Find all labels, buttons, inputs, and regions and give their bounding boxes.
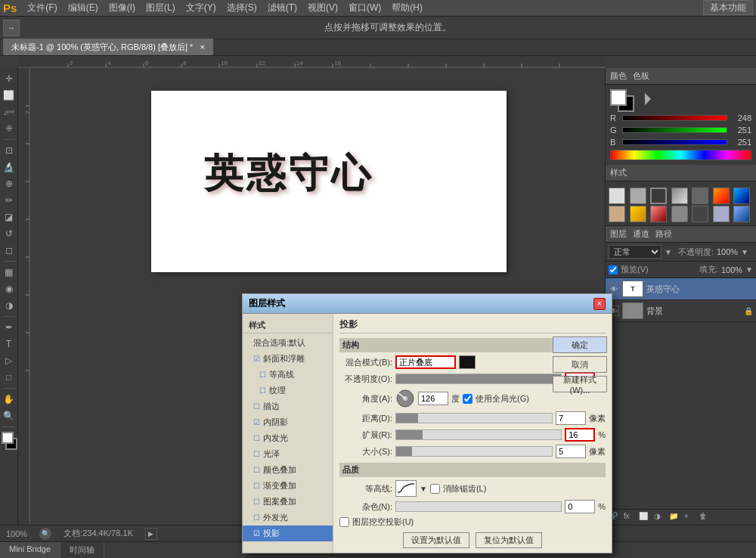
set-default-btn[interactable]: 设置为默认值 <box>403 532 469 548</box>
g-value[interactable]: 251 <box>730 126 751 135</box>
tab-close[interactable]: × <box>200 42 204 51</box>
lasso-tool[interactable]: 𝄹 <box>2 104 17 119</box>
fill-value[interactable]: 100% <box>721 265 742 274</box>
preview-checkbox[interactable] <box>609 265 618 274</box>
layer-style-dialog[interactable]: 图层样式 × 样式 混合选项:默认 ☑斜面和浮雕 ☐等高线 ☐纹理 <box>242 293 612 553</box>
layer-row-text[interactable]: 👁 T 英惑守心 <box>606 278 756 300</box>
distance-slider[interactable] <box>395 413 553 423</box>
layer-eye-text[interactable]: 👁 <box>609 284 619 294</box>
eyedropper-tool[interactable]: 🔬 <box>2 160 17 175</box>
dialog-item-color-overlay[interactable]: ☐颜色叠加 <box>243 462 333 478</box>
dialog-item-stroke[interactable]: ☐描边 <box>243 398 333 414</box>
contour-preview[interactable] <box>395 480 417 497</box>
style-swatch[interactable] <box>692 188 708 204</box>
layer-mask-btn[interactable]: ⬜ <box>639 512 651 522</box>
fg-color-panel[interactable] <box>610 89 627 106</box>
r-value[interactable]: 248 <box>730 113 751 122</box>
clone-stamp-tool[interactable]: ◪ <box>2 209 17 225</box>
dialog-close-button[interactable]: × <box>593 298 606 310</box>
opacity-value[interactable]: 100% <box>717 247 738 256</box>
shape-tool[interactable]: □ <box>2 370 17 385</box>
noise-slider[interactable] <box>395 501 562 512</box>
fg-bg-colors[interactable] <box>2 432 17 453</box>
menu-help[interactable]: 帮助(H) <box>387 0 427 16</box>
distance-input[interactable] <box>556 411 586 425</box>
global-light-checkbox[interactable] <box>463 394 472 404</box>
document-tab[interactable]: 未标题-1 @ 100% (英惑守心, RGB/8/8) [叠放后] * × <box>3 39 213 55</box>
dodge-tool[interactable]: ◑ <box>2 298 17 313</box>
healing-tool[interactable]: ⊕ <box>2 176 17 191</box>
zoom-icon[interactable]: 🔍 <box>39 528 51 540</box>
dialog-item-pattern-overlay[interactable]: ☐图案叠加 <box>243 494 333 510</box>
dialog-item-inner-glow[interactable]: ☐内发光 <box>243 430 333 446</box>
style-swatch[interactable] <box>630 188 646 204</box>
mini-bridge-tab[interactable]: Mini Bridge <box>0 542 60 558</box>
dialog-item-contour[interactable]: ☐等高线 <box>243 367 333 383</box>
style-swatch[interactable] <box>692 206 708 222</box>
layer-row-bg[interactable]: 👁 背景 🔒 <box>606 300 756 322</box>
swatches-tab[interactable]: 色板 <box>633 70 649 82</box>
spread-slider[interactable] <box>395 429 562 440</box>
angle-dial[interactable] <box>395 389 415 408</box>
move-tool-btn[interactable]: ↔ <box>3 20 20 36</box>
fg-color[interactable] <box>2 432 14 444</box>
dialog-item-blend[interactable]: 混合选项:默认 <box>243 335 333 351</box>
color-spectrum[interactable] <box>610 150 751 160</box>
blur-tool[interactable]: ◉ <box>2 281 17 296</box>
style-swatch[interactable] <box>650 188 667 204</box>
dialog-item-drop-shadow[interactable]: ☑投影 <box>243 525 333 541</box>
dialog-ok-btn[interactable]: 确定 <box>553 336 607 353</box>
b-slider[interactable] <box>622 139 727 145</box>
menu-window[interactable]: 窗口(W) <box>344 0 386 16</box>
dialog-item-texture[interactable]: ☐纹理 <box>243 383 333 398</box>
dialog-item-inner-shadow[interactable]: ☑内阴影 <box>243 414 333 430</box>
spread-input[interactable] <box>565 428 595 442</box>
layer-delete-btn[interactable]: 🗑 <box>699 512 711 522</box>
menu-file[interactable]: 文件(F) <box>23 0 61 16</box>
style-swatch[interactable] <box>609 188 625 204</box>
timeline-tab[interactable]: 时间轴 <box>60 542 104 558</box>
style-swatch[interactable] <box>713 206 730 222</box>
blend-color-swatch[interactable] <box>459 355 476 369</box>
menu-view[interactable]: 视图(V) <box>303 0 342 16</box>
pen-tool[interactable]: ✒ <box>2 320 17 335</box>
style-swatch[interactable] <box>671 188 688 204</box>
dialog-item-satin[interactable]: ☐光泽 <box>243 446 333 462</box>
style-swatch[interactable] <box>671 206 688 222</box>
layer-fx-btn[interactable]: fx <box>624 512 636 522</box>
g-slider[interactable] <box>622 127 727 133</box>
anti-alias-checkbox[interactable] <box>430 484 440 494</box>
dialog-item-outer-glow[interactable]: ☐外发光 <box>243 510 333 525</box>
paths-tab-label[interactable]: 路径 <box>655 228 672 240</box>
menu-image[interactable]: 图像(I) <box>104 0 140 16</box>
color-tab[interactable]: 颜色 <box>610 70 627 82</box>
style-swatch[interactable] <box>713 188 730 204</box>
layer-adj-btn[interactable]: ◑ <box>654 512 666 522</box>
style-swatch[interactable] <box>650 206 667 222</box>
menu-edit[interactable]: 编辑(E) <box>64 0 103 16</box>
dialog-item-gradient-overlay[interactable]: ☐渐变叠加 <box>243 478 333 494</box>
style-swatch[interactable] <box>733 206 750 222</box>
menu-layer[interactable]: 图层(L) <box>141 0 180 16</box>
path-select-tool[interactable]: ▷ <box>2 353 17 368</box>
menu-select[interactable]: 选择(S) <box>222 0 262 16</box>
expand-btn[interactable]: ▶ <box>145 528 157 540</box>
channels-tab-label[interactable]: 通道 <box>633 228 649 240</box>
dialog-new-style-btn[interactable]: 新建样式(W)... <box>553 376 607 392</box>
noise-input[interactable] <box>565 500 595 513</box>
layer-knockout-checkbox[interactable] <box>339 517 349 527</box>
angle-input[interactable] <box>418 392 448 405</box>
blend-mode-select[interactable]: 正常 <box>609 245 662 259</box>
menu-type[interactable]: 文字(Y) <box>181 0 221 16</box>
hand-tool[interactable]: ✋ <box>2 392 17 407</box>
layers-tab-label[interactable]: 图层 <box>610 228 627 240</box>
style-swatch[interactable] <box>733 188 750 204</box>
b-value[interactable]: 251 <box>730 138 751 147</box>
dialog-cancel-btn[interactable]: 取消 <box>553 356 607 373</box>
menu-filter[interactable]: 滤镜(T) <box>263 0 302 16</box>
style-swatch[interactable] <box>630 206 646 222</box>
styles-tab[interactable]: 样式 <box>610 167 627 178</box>
layer-group-btn[interactable]: 📁 <box>669 512 681 522</box>
size-input[interactable] <box>556 445 586 458</box>
history-brush-tool[interactable]: ↺ <box>2 226 17 241</box>
